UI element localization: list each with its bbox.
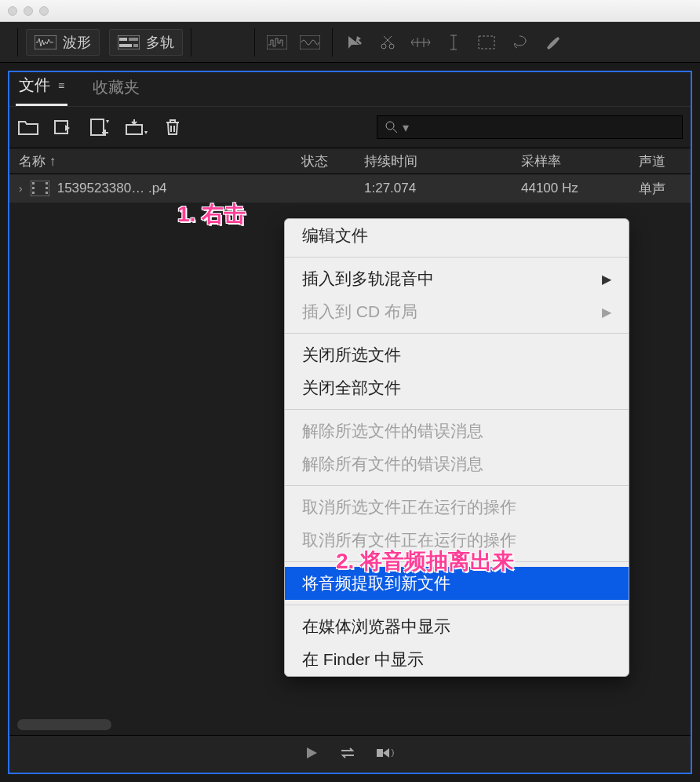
svg-rect-6 [267, 35, 287, 49]
new-file-icon[interactable]: ▾ [89, 116, 111, 138]
toolbar-separator [254, 28, 255, 57]
spectral-frequency-icon[interactable] [263, 31, 291, 53]
toolbar-separator [17, 28, 18, 57]
auto-play-icon[interactable] [377, 746, 396, 763]
col-duration[interactable]: 持续时间 [364, 152, 521, 170]
lasso-tool-icon[interactable] [505, 31, 534, 53]
context-menu-separator [285, 333, 629, 334]
file-list-header: 名称 ↑ 状态 持续时间 采样率 声道 [9, 148, 691, 174]
context-menu-item: 插入到 CD 布局▶ [285, 295, 629, 328]
tab-files-label: 文件 [19, 75, 50, 96]
svg-rect-12 [479, 36, 494, 49]
insert-into-icon[interactable]: ▾ [126, 116, 148, 138]
multitrack-icon [118, 35, 140, 49]
context-menu-separator [285, 485, 629, 486]
search-icon [385, 121, 398, 133]
svg-text:▾: ▾ [144, 129, 148, 136]
video-file-icon [31, 181, 49, 196]
svg-rect-26 [46, 192, 48, 194]
context-menu-item-label: 解除所有文件的错误消息 [302, 453, 483, 475]
svg-rect-25 [46, 187, 48, 189]
context-menu-item-label: 关闭全部文件 [302, 377, 401, 399]
expand-icon[interactable]: › [19, 182, 23, 195]
traffic-light-close[interactable] [8, 6, 17, 16]
context-menu-item: 取消所选文件正在运行的操作 [285, 491, 629, 524]
svg-rect-3 [129, 38, 138, 41]
spectral-pitch-icon[interactable] [296, 31, 324, 53]
move-tool-icon[interactable] [341, 31, 369, 53]
context-menu-item[interactable]: 关闭所选文件 [285, 338, 629, 371]
svg-point-18 [386, 122, 394, 130]
scrollbar-thumb[interactable] [17, 719, 111, 730]
panel-footer [9, 735, 691, 773]
context-menu-separator [285, 409, 629, 410]
panel-tabs: 文件 ≡ 收藏夹 [9, 72, 691, 107]
file-duration: 1:27.074 [364, 181, 521, 196]
svg-rect-22 [32, 187, 35, 189]
context-menu-item[interactable]: 插入到多轨混音中▶ [285, 262, 629, 295]
svg-line-19 [393, 129, 397, 133]
context-menu-separator [285, 561, 629, 562]
submenu-arrow-icon: ▶ [602, 272, 611, 287]
context-menu-item[interactable]: 将音频提取到新文件 [285, 567, 629, 600]
time-selection-tool-icon[interactable] [439, 31, 468, 53]
tab-files[interactable]: 文件 ≡ [16, 70, 67, 106]
import-new-icon[interactable] [53, 116, 75, 138]
search-field[interactable]: ▾ [377, 115, 683, 139]
svg-point-8 [381, 44, 386, 49]
window-titlebar [0, 0, 700, 22]
col-channels[interactable]: 声道 [639, 152, 700, 170]
context-menu-item: 解除所选文件的错误消息 [285, 415, 629, 448]
context-menu-item[interactable]: 在 Finder 中显示 [285, 643, 629, 676]
svg-point-9 [389, 44, 394, 49]
col-name[interactable]: 名称 ↑ [19, 152, 301, 170]
svg-rect-5 [133, 44, 138, 47]
traffic-light-minimize[interactable] [24, 6, 33, 16]
horizontal-scrollbar[interactable] [17, 719, 683, 730]
context-menu-item-label: 将音频提取到新文件 [302, 572, 450, 594]
waveform-icon [35, 35, 57, 49]
context-menu: 编辑文件插入到多轨混音中▶插入到 CD 布局▶关闭所选文件关闭全部文件解除所选文… [284, 218, 629, 677]
context-menu-item-label: 取消所有文件正在运行的操作 [302, 529, 516, 551]
context-menu-item-label: 在媒体浏览器中显示 [302, 616, 450, 638]
context-menu-item-label: 解除所选文件的错误消息 [302, 420, 483, 442]
brush-tool-icon[interactable] [538, 31, 567, 53]
svg-rect-27 [377, 749, 383, 757]
context-menu-item[interactable]: 关闭全部文件 [285, 371, 629, 404]
svg-rect-7 [300, 35, 320, 49]
panel-menu-icon[interactable]: ≡ [58, 79, 64, 92]
col-status[interactable]: 状态 [301, 152, 364, 170]
file-samplerate: 44100 Hz [521, 181, 639, 196]
trash-icon[interactable] [162, 116, 184, 138]
svg-rect-4 [119, 44, 132, 47]
waveform-mode-button[interactable]: 波形 [26, 29, 100, 56]
marquee-tool-icon[interactable] [472, 31, 501, 53]
open-file-icon[interactable] [17, 116, 39, 138]
multitrack-mode-button[interactable]: 多轨 [109, 29, 183, 56]
multitrack-mode-label: 多轨 [146, 33, 174, 52]
context-menu-item: 解除所有文件的错误消息 [285, 448, 629, 481]
slip-tool-icon[interactable] [407, 31, 435, 53]
table-row[interactable]: › 1539523380… .p4 1:27.074 44100 Hz 单声 [9, 174, 691, 203]
context-menu-item[interactable]: 在媒体浏览器中显示 [285, 610, 629, 643]
main-toolbar: 波形 多轨 [0, 22, 700, 63]
search-input[interactable] [414, 121, 674, 133]
context-menu-item-label: 在 Finder 中显示 [302, 649, 424, 671]
play-icon[interactable] [304, 746, 319, 763]
context-menu-item-label: 插入到多轨混音中 [302, 268, 434, 290]
context-menu-item-label: 取消所选文件正在运行的操作 [302, 496, 516, 518]
file-name: 1539523380… .p4 [57, 181, 167, 196]
svg-rect-14 [91, 119, 104, 135]
svg-rect-1 [118, 35, 140, 49]
context-menu-item[interactable]: 编辑文件 [285, 219, 629, 252]
traffic-light-zoom[interactable] [39, 6, 49, 16]
razor-tool-icon[interactable] [374, 31, 402, 53]
tab-favorites[interactable]: 收藏夹 [89, 72, 143, 106]
submenu-arrow-icon: ▶ [602, 305, 611, 320]
loop-icon[interactable] [339, 746, 356, 763]
panel-action-row: ▾ ▾ ▾ [9, 107, 691, 148]
context-menu-separator [285, 605, 629, 605]
col-samplerate[interactable]: 采样率 [521, 152, 639, 170]
context-menu-item: 取消所有文件正在运行的操作 [285, 524, 629, 557]
context-menu-item-label: 编辑文件 [302, 225, 368, 247]
